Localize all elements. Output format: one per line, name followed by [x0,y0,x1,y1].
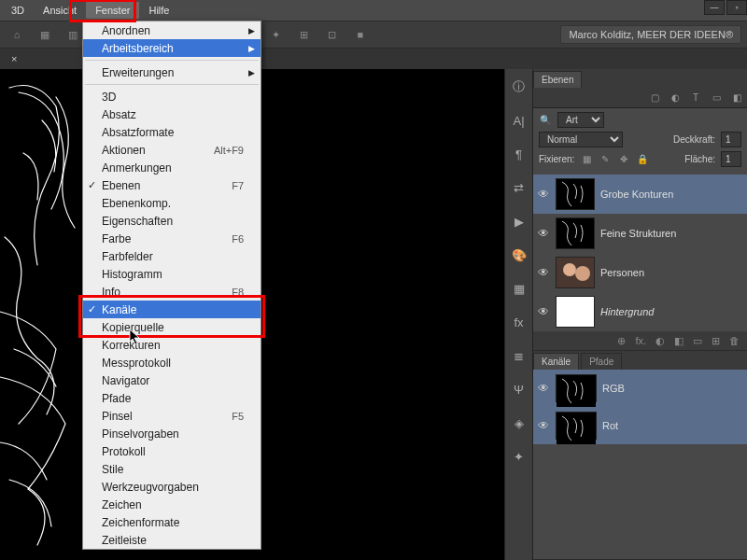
menu-item-zeichenformate[interactable]: Zeichenformate [83,513,261,531]
menu-item-pinsel[interactable]: PinselF5 [83,407,261,425]
author-box[interactable]: Marco Kolditz, MEER DER IDEEN® [560,25,741,44]
menu-item-info[interactable]: InfoF8 [83,283,261,301]
menu-item-anordnen[interactable]: Anordnen▶ [83,21,261,39]
menu-item-3d[interactable]: 3D [83,88,261,105]
menu-item-zeitleiste[interactable]: Zeitleiste [83,531,261,549]
visibility-eye-icon[interactable]: 👁 [537,188,550,201]
fill-input[interactable] [721,151,741,167]
menu-item-protokoll[interactable]: Protokoll [83,442,261,460]
cube-icon[interactable]: ◈ [511,414,528,431]
menu-item-erweiterungen[interactable]: Erweiterungen▶ [83,63,261,81]
layer-thumb[interactable] [556,178,595,210]
mask-icon[interactable]: ◐ [655,335,665,347]
menu-item-ebenenkomp-[interactable]: Ebenenkomp. [83,194,261,212]
blend-select[interactable]: Normal [539,132,623,147]
link-icon[interactable]: ⊕ [617,335,626,347]
visibility-eye-icon[interactable]: 👁 [537,419,550,432]
canvas[interactable] [0,69,532,560]
filter-adjust-icon[interactable]: ◐ [669,91,682,105]
menu-item-arbeitsbereich[interactable]: Arbeitsbereich▶ [83,39,261,57]
channel-thumb[interactable] [556,374,597,402]
swatch-icon[interactable]: ▦ [511,280,528,297]
minimize-button[interactable]: — [704,0,725,15]
group-icon[interactable]: ▭ [693,335,702,347]
tab-ebenen[interactable]: Ebenen [533,71,582,88]
filter-text-icon[interactable]: T [689,91,702,105]
menu-item-ebenen[interactable]: ✓EbenenF7 [83,176,261,194]
menu-item-eigenschaften[interactable]: Eigenschaften [83,212,261,230]
menu-item-pinselvorgaben[interactable]: Pinselvorgaben [83,425,261,442]
filter-shape-icon[interactable]: ▭ [710,91,723,105]
tab-kanaele[interactable]: Kanäle [533,353,579,370]
info-icon[interactable]: ⓘ [511,78,528,95]
lock-pixels-icon[interactable]: ▦ [580,153,593,166]
axis-icon[interactable]: ✦ [511,448,528,465]
menu-fenster[interactable]: Fenster [86,2,139,19]
tuning-icon[interactable]: Ψ [511,381,528,398]
opt5-icon[interactable]: ■ [353,27,368,42]
para-panel-icon[interactable]: ¶ [511,146,528,162]
menu-item-pfade[interactable]: Pfade [83,389,261,407]
lock-brush-icon[interactable]: ✎ [599,153,612,166]
trash-icon[interactable]: 🗑 [729,335,740,346]
fx-icon[interactable]: fx [511,314,528,330]
visibility-eye-icon[interactable]: 👁 [537,382,550,395]
opacity-label: Deckkraft: [673,134,715,145]
opacity-input[interactable] [721,132,741,147]
levels-icon[interactable]: ≣ [511,347,528,364]
lock-all-icon[interactable]: 🔒 [636,153,649,166]
search-icon[interactable]: 🔍 [539,114,552,127]
menu-item-stile[interactable]: Stile [83,460,261,478]
home-icon[interactable]: ⌂ [9,27,24,42]
play-icon[interactable]: ▶ [511,213,528,230]
menu-item-kopierquelle[interactable]: Kopierquelle [83,318,261,336]
layer-thumb[interactable] [556,217,595,249]
layer-row[interactable]: 👁Hintergrund [533,292,747,331]
palette-icon[interactable]: 🎨 [511,246,528,263]
menu-item-aktionen[interactable]: AktionenAlt+F9 [83,141,261,159]
menu-item-werkzeugvorgaben[interactable]: Werkzeugvorgaben [83,478,261,496]
adjustment-icon[interactable]: ◧ [674,335,684,347]
restore-button[interactable]: ▫ [726,0,747,15]
grid-icon[interactable]: ▦ [37,27,52,42]
visibility-eye-icon[interactable]: 👁 [537,227,550,240]
menu-item-kan-le[interactable]: ✓Kanäle [83,301,261,318]
filter-smart-icon[interactable]: ◧ [730,91,743,105]
tab-pfade[interactable]: Pfade [581,353,622,370]
channel-row[interactable]: 👁RGB [533,370,747,407]
channel-thumb[interactable] [556,412,597,440]
lock-move-icon[interactable]: ✥ [617,153,630,166]
char-panel-icon[interactable]: A| [511,112,528,129]
menu-item-zeichen[interactable]: Zeichen [83,496,261,513]
fx-button[interactable]: fx. [635,335,646,346]
layer-row[interactable]: 👁Grobe Konturen [533,175,747,214]
menu-item-farbfelder[interactable]: Farbfelder [83,247,261,265]
opt2-icon[interactable]: ✦ [269,27,284,42]
menu-item-korrekturen[interactable]: Korrekturen [83,336,261,354]
filter-image-icon[interactable]: ▢ [648,91,661,105]
menu-item-messprotokoll[interactable]: Messprotokoll [83,354,261,371]
menu-hilfe[interactable]: Hilfe [139,2,178,19]
menu-3d[interactable]: 3D [2,2,34,19]
layer-row[interactable]: 👁Personen [533,253,747,292]
layer-thumb[interactable] [556,257,595,288]
menu-item-anmerkungen[interactable]: Anmerkungen [83,159,261,176]
layer-row[interactable]: 👁Feine Strukturen [533,214,747,253]
doc-tab-close[interactable]: × [6,51,22,66]
channel-row[interactable]: 👁Rot [533,407,747,444]
menu-ansicht[interactable]: Ansicht [34,2,86,19]
menu-item-farbe[interactable]: FarbeF6 [83,230,261,247]
menu-item-histogramm[interactable]: Histogramm [83,265,261,283]
adjust-icon[interactable]: ⇄ [511,179,528,196]
visibility-eye-icon[interactable]: 👁 [537,266,550,279]
grid2-icon[interactable]: ▥ [65,27,80,42]
menu-item-absatzformate[interactable]: Absatzformate [83,123,261,141]
menu-item-absatz[interactable]: Absatz [83,105,261,123]
layer-thumb[interactable] [556,296,595,328]
kind-select[interactable]: Art [557,112,604,128]
menu-item-navigator[interactable]: Navigator [83,371,261,389]
visibility-eye-icon[interactable]: 👁 [537,305,550,318]
opt3-icon[interactable]: ⊞ [297,27,312,42]
opt4-icon[interactable]: ⊡ [325,27,340,42]
newlayer-icon[interactable]: ⊞ [712,335,720,347]
